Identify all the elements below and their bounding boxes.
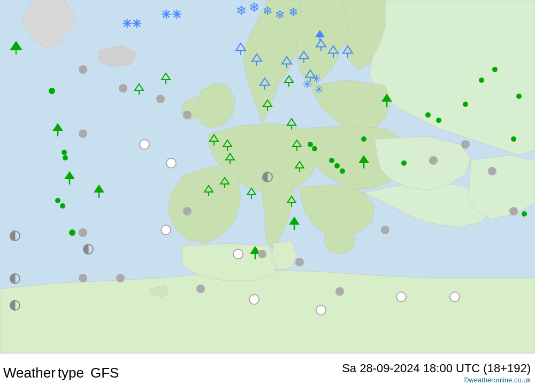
svg-point-101 [79, 274, 87, 282]
svg-point-99 [79, 129, 87, 138]
svg-text:✳: ✳ [132, 17, 142, 30]
bottom-left: Weather type GFS [0, 366, 119, 380]
svg-point-110 [335, 287, 344, 296]
svg-point-56 [361, 136, 366, 142]
svg-point-108 [258, 250, 266, 258]
svg-point-60 [463, 102, 468, 107]
datetime-label: Sa 28-09-2024 18:00 UTC (18+192) [342, 362, 531, 375]
svg-point-122 [166, 158, 176, 168]
copyright-label: ©weatheronline.co.uk [342, 376, 531, 384]
svg-point-51 [308, 142, 313, 147]
svg-point-57 [401, 160, 407, 166]
svg-point-126 [316, 305, 326, 315]
svg-point-107 [196, 285, 205, 293]
svg-text:❄: ❄ [275, 8, 285, 21]
svg-point-121 [140, 140, 149, 149]
svg-point-45 [49, 88, 55, 94]
svg-point-53 [329, 158, 334, 163]
svg-point-48 [55, 198, 60, 203]
map-background: ✳ ✳ ✳ ✳ ❄ ❄ ❄ ❄ ❄ [0, 0, 535, 353]
svg-point-50 [69, 229, 75, 236]
svg-text:❄: ❄ [263, 4, 272, 18]
svg-point-103 [156, 95, 165, 103]
svg-point-113 [461, 140, 470, 149]
svg-point-46 [62, 150, 67, 155]
svg-text:✳: ✳ [172, 8, 182, 21]
svg-text:✳: ✳ [161, 8, 171, 21]
map-container: ✳ ✳ ✳ ✳ ❄ ❄ ❄ ❄ ❄ [0, 0, 535, 392]
svg-point-47 [63, 155, 68, 160]
svg-point-61 [479, 78, 484, 83]
svg-point-64 [511, 136, 516, 142]
model-label: GFS [90, 366, 119, 380]
svg-point-124 [233, 249, 243, 259]
svg-point-55 [340, 168, 345, 174]
svg-point-98 [79, 65, 87, 74]
svg-point-63 [516, 94, 522, 99]
svg-point-58 [425, 112, 431, 118]
svg-point-54 [334, 163, 340, 168]
svg-point-125 [249, 295, 259, 304]
svg-point-49 [60, 203, 65, 209]
svg-point-62 [492, 67, 498, 72]
svg-text:❄: ❄ [249, 0, 259, 14]
svg-text:✳: ✳ [302, 78, 312, 91]
svg-text:✳: ✳ [122, 17, 132, 30]
bottom-bar: Weather type GFS Sa 28-09-2024 18:00 UTC… [0, 353, 535, 392]
bottom-right: Sa 28-09-2024 18:00 UTC (18+192) ©weathe… [342, 362, 535, 383]
svg-point-104 [183, 111, 192, 119]
svg-point-127 [396, 292, 406, 302]
svg-point-115 [509, 207, 518, 216]
svg-point-123 [161, 225, 171, 235]
svg-point-109 [295, 258, 304, 266]
svg-point-105 [183, 207, 192, 216]
svg-point-114 [488, 167, 496, 175]
weather-label: Weather [3, 366, 56, 380]
svg-point-65 [522, 211, 527, 217]
svg-point-128 [450, 292, 460, 302]
svg-point-59 [436, 118, 441, 123]
map-svg: ✳ ✳ ✳ ✳ ❄ ❄ ❄ ❄ ❄ [0, 0, 535, 353]
svg-point-111 [381, 226, 389, 234]
svg-text:❄: ❄ [236, 3, 247, 18]
type-label: type [58, 366, 84, 380]
svg-point-112 [429, 156, 438, 165]
svg-point-52 [312, 146, 317, 151]
svg-point-106 [116, 274, 125, 282]
svg-text:❄: ❄ [288, 5, 298, 19]
svg-text:✳: ✳ [314, 83, 324, 96]
svg-point-100 [79, 228, 87, 237]
svg-point-102 [119, 84, 127, 93]
